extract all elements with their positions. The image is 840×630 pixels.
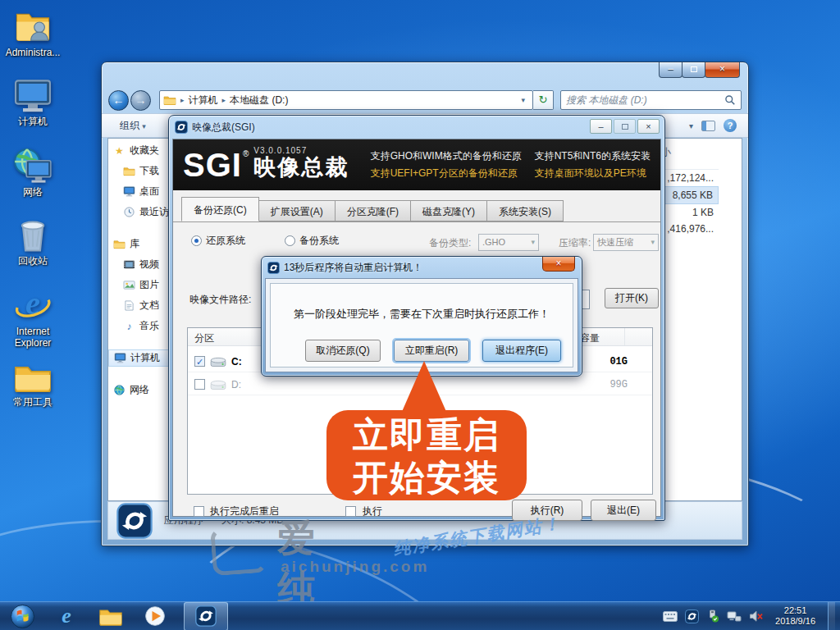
search-input[interactable]: 搜索 本地磁盘 (D:) — [560, 90, 742, 110]
volume-muted-icon[interactable] — [749, 610, 763, 623]
backup-type-dropdown[interactable]: .GHO ▾ — [478, 234, 539, 251]
reboot-after-finish-checkbox[interactable]: 执行完成后重启 — [194, 504, 279, 518]
desktop-icon-network[interactable]: 网络 — [2, 148, 64, 198]
chevron-down-icon: ▾ — [142, 122, 146, 130]
maximize-button[interactable] — [682, 62, 705, 78]
back-button[interactable]: ← — [108, 90, 129, 111]
address-bar: ← → ▸ 计算机 ▸ 本地磁盘 (D:) ▾ ↻ 搜索 本地磁盘 (D:) — [102, 87, 748, 113]
folder-icon — [163, 95, 176, 105]
feature-text: 支持桌面环境以及PE环境 — [535, 167, 651, 180]
sgi-tray-icon[interactable] — [685, 609, 699, 623]
minimize-button[interactable]: – — [590, 119, 612, 134]
desktop-icon-computer[interactable]: 计算机 — [2, 79, 64, 127]
desktop-icon-label: 回收站 — [2, 255, 64, 267]
search-placeholder: 搜索 本地磁盘 (D:) — [566, 94, 724, 107]
refresh-button[interactable]: ↻ — [533, 90, 554, 110]
dialog-title: 13秒后程序将自动重启计算机！ — [284, 261, 422, 275]
change-view-icon[interactable] — [701, 121, 715, 131]
forward-button[interactable]: → — [130, 90, 151, 111]
sgi-app-icon — [116, 503, 153, 539]
desktop-icon-recycle-bin[interactable]: 回收站 — [2, 217, 64, 267]
dialog-close-button[interactable]: × — [542, 257, 575, 272]
dialog-inner-panel: 第一阶段处理完毕，需要在下次重启时执行还原工作！ 取消还原(Q) 立即重启(R)… — [270, 283, 573, 368]
network-globe-icon — [113, 385, 126, 395]
sidebar-item-label: 下载 — [139, 164, 159, 178]
breadcrumb-drive[interactable]: 本地磁盘 (D:) — [230, 94, 288, 107]
breadcrumb-computer[interactable]: 计算机 — [189, 94, 218, 107]
desktop-icon-label: 网络 — [2, 186, 64, 198]
desktop-icon-internet-explorer[interactable]: Internet Explorer — [2, 285, 64, 349]
sgi-product-name: 映像总裁 — [253, 155, 349, 180]
forward-icon: → — [135, 94, 147, 107]
clock-date: 2018/9/16 — [775, 616, 815, 627]
network-icon[interactable] — [727, 610, 742, 623]
partition-column-header[interactable]: 分区 — [194, 331, 214, 345]
second-checkbox[interactable]: 执行 — [345, 504, 382, 518]
tab-partition-clone[interactable]: 分区克隆(F) — [335, 200, 411, 221]
restart-now-button[interactable]: 立即重启(R) — [394, 340, 469, 362]
star-icon: ★ — [113, 145, 126, 157]
libraries-icon — [113, 239, 126, 249]
search-icon — [724, 94, 736, 106]
close-button[interactable]: × — [637, 119, 660, 134]
address-dropdown-icon[interactable]: ▾ — [521, 96, 525, 104]
chevron-down-icon: ▾ — [531, 235, 535, 250]
tab-disk-clone[interactable]: 磁盘克隆(Y) — [410, 200, 487, 221]
taskbar-clock[interactable]: 22:51 2018/9/16 — [770, 605, 820, 627]
documents-icon — [123, 300, 135, 311]
organize-label: 组织 — [120, 120, 139, 131]
taskbar-internet-explorer[interactable]: e — [44, 602, 89, 630]
checkbox-label: 执行完成后重启 — [210, 504, 279, 518]
dialog-body: 第一阶段处理完毕，需要在下次重启时执行还原工作！ 取消还原(Q) 立即重启(R)… — [265, 278, 578, 372]
clock-time: 22:51 — [775, 605, 815, 616]
sidebar-item-label: 音乐 — [139, 319, 159, 333]
checkbox-unchecked-icon[interactable] — [194, 379, 205, 390]
maximize-icon — [691, 66, 697, 72]
open-button[interactable]: 打开(K) — [605, 288, 659, 308]
close-button[interactable]: × — [705, 62, 740, 78]
minimize-button[interactable]: – — [659, 62, 682, 78]
backup-system-radio[interactable]: 备份系统 — [285, 234, 339, 248]
desktop-icon-administrator[interactable]: Administra... — [2, 7, 64, 58]
usb-device-icon[interactable] — [706, 609, 719, 623]
help-icon[interactable]: ? — [724, 119, 737, 132]
minimize-icon: – — [668, 63, 673, 75]
checkbox-checked-icon[interactable]: ✓ — [194, 356, 205, 367]
taskbar-media-player[interactable] — [133, 602, 177, 630]
views-dropdown-icon[interactable]: ▾ — [689, 121, 693, 130]
sgi-window-title: 映像总裁(SGI) — [192, 121, 255, 135]
desktop-icon-common-tools[interactable]: 常用工具 — [2, 361, 64, 408]
taskbar-sgi-app[interactable] — [184, 602, 228, 630]
checkbox-label: 执行 — [363, 504, 382, 518]
callout-pointer — [401, 361, 447, 413]
tab-system-install[interactable]: 系统安装(S) — [486, 200, 564, 221]
start-button[interactable] — [0, 602, 44, 630]
recycle-bin-icon — [15, 217, 51, 253]
radio-label: 备份系统 — [299, 234, 339, 248]
image-path-label: 映像文件路径: — [189, 293, 251, 307]
execute-button[interactable]: 执行(R) — [512, 500, 582, 521]
backup-type-value: .GHO — [482, 237, 505, 247]
dialog-title-bar[interactable]: 13秒后程序将自动重启计算机！ — [262, 257, 582, 278]
touch-keyboard-icon[interactable] — [663, 611, 678, 622]
refresh-icon: ↻ — [539, 94, 548, 106]
cancel-restore-button[interactable]: 取消还原(Q) — [305, 340, 381, 362]
exit-program-button[interactable]: 退出程序(E) — [482, 340, 561, 362]
restore-system-radio[interactable]: 还原系统 — [191, 234, 245, 248]
show-desktop-button[interactable] — [828, 602, 835, 630]
capacity-column-header[interactable]: 容量 — [580, 331, 600, 345]
taskbar-file-explorer[interactable] — [89, 602, 133, 630]
minimize-icon: – — [598, 121, 603, 131]
radio-selected-icon — [191, 235, 202, 246]
checkbox-unchecked-icon — [345, 506, 356, 517]
compress-dropdown[interactable]: 快速压缩 ▾ — [593, 234, 659, 251]
chevron-down-icon: ▾ — [651, 235, 655, 250]
breadcrumb[interactable]: ▸ 计算机 ▸ 本地磁盘 (D:) ▾ — [159, 90, 533, 110]
tab-backup-restore[interactable]: 备份还原(C) — [181, 197, 259, 221]
exit-button[interactable]: 退出(E) — [591, 500, 656, 521]
organize-button[interactable]: 组织 ▾ — [113, 116, 153, 136]
maximize-button[interactable] — [614, 119, 636, 134]
radio-label: 还原系统 — [206, 234, 245, 248]
monitor-icon — [25, 159, 52, 184]
tab-extended-settings[interactable]: 扩展设置(A) — [258, 200, 336, 221]
